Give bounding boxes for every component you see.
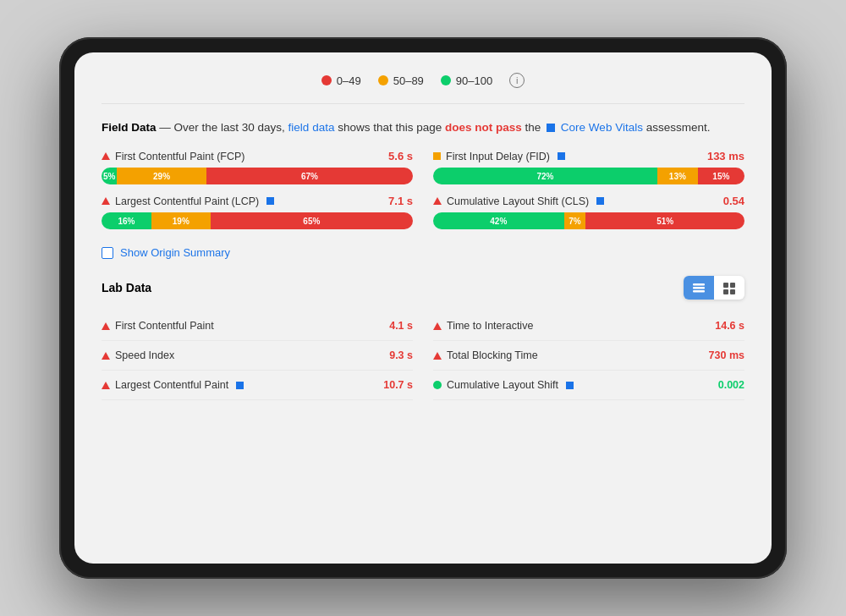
bar-seg-orange: 7% bbox=[564, 212, 586, 229]
metric-header: First Contentful Paint (FCP) 5.6 s bbox=[102, 150, 413, 162]
cwv-link[interactable]: Core Web Vitals bbox=[561, 121, 643, 134]
lab-row-title: First Contentful Paint bbox=[102, 320, 214, 332]
triangle-icon bbox=[433, 197, 442, 205]
field-data-desc-pre: — Over the last 30 days, bbox=[159, 121, 288, 134]
lab-row: Largest Contentful Paint 10.7 s bbox=[102, 371, 413, 400]
metric-title: First Input Delay (FID) bbox=[433, 151, 565, 162]
triangle-icon bbox=[102, 382, 110, 389]
bar-seg-red: 15% bbox=[698, 168, 744, 184]
lab-metric-value: 14.6 s bbox=[715, 320, 744, 332]
metric-header: Largest Contentful Paint (LCP) 7.1 s bbox=[102, 195, 413, 207]
cwv-badge bbox=[566, 382, 574, 389]
triangle-icon bbox=[433, 352, 442, 360]
svg-rect-3 bbox=[723, 283, 728, 288]
bar-seg-green: 5% bbox=[102, 168, 117, 184]
legend-dot-green bbox=[441, 75, 451, 85]
legend-dot-red bbox=[321, 75, 332, 85]
legend-row: 0–49 50–89 90–100 i bbox=[102, 73, 744, 104]
metric-bar: 42%7%51% bbox=[433, 212, 744, 229]
lab-row-title: Largest Contentful Paint bbox=[102, 379, 244, 391]
field-metric-cls: Cumulative Layout Shift (CLS) 0.54 42%7%… bbox=[433, 195, 744, 229]
bar-seg-green: 72% bbox=[433, 168, 657, 184]
screen: 0–49 50–89 90–100 i Field Data — Over th… bbox=[74, 52, 772, 564]
lab-metric-value: 10.7 s bbox=[383, 379, 413, 391]
lab-data-section: Lab Data bbox=[102, 276, 744, 400]
lab-data-header: Lab Data bbox=[102, 276, 744, 300]
lab-row-title: Time to Interactive bbox=[433, 320, 533, 332]
metric-title: First Contentful Paint (FCP) bbox=[102, 151, 245, 162]
lab-row-title: Cumulative Layout Shift bbox=[433, 379, 574, 391]
lab-metric-title: Time to Interactive bbox=[447, 320, 533, 332]
lab-metric-value: 4.1 s bbox=[389, 320, 413, 332]
triangle-icon bbox=[433, 322, 442, 330]
field-data-desc-mid: shows that this page bbox=[338, 121, 445, 134]
toggle-group bbox=[684, 276, 744, 300]
legend-item-green: 90–100 bbox=[441, 74, 492, 87]
field-data-label: Field Data bbox=[102, 121, 157, 134]
metric-title-text: Cumulative Layout Shift (CLS) bbox=[447, 195, 589, 207]
field-data-desc-post: the bbox=[525, 121, 541, 134]
lab-row: Cumulative Layout Shift 0.002 bbox=[433, 371, 744, 400]
info-icon[interactable]: i bbox=[509, 73, 525, 88]
metric-header: Cumulative Layout Shift (CLS) 0.54 bbox=[433, 195, 744, 207]
toggle-bar-view[interactable] bbox=[684, 276, 714, 300]
metric-value: 0.54 bbox=[723, 195, 744, 207]
cwv-badge bbox=[596, 197, 604, 205]
lab-metric-title: First Contentful Paint bbox=[115, 320, 214, 332]
field-data-header: Field Data — Over the last 30 days, fiel… bbox=[102, 119, 744, 136]
field-data-fail: does not pass bbox=[445, 121, 522, 134]
triangle-icon bbox=[102, 322, 110, 330]
svg-rect-5 bbox=[723, 289, 728, 294]
metric-bar: 72%13%15% bbox=[433, 168, 744, 184]
device-frame: 0–49 50–89 90–100 i Field Data — Over th… bbox=[59, 37, 787, 579]
svg-rect-0 bbox=[693, 283, 705, 286]
cwv-badge bbox=[236, 382, 244, 389]
field-metric-lcp: Largest Contentful Paint (LCP) 7.1 s 16%… bbox=[102, 195, 413, 229]
show-origin-row[interactable]: Show Origin Summary bbox=[102, 246, 744, 259]
lab-metric-title: Largest Contentful Paint bbox=[115, 379, 228, 391]
lab-row-title: Total Blocking Time bbox=[433, 349, 538, 361]
metric-value: 5.6 s bbox=[388, 150, 413, 162]
bar-seg-orange: 13% bbox=[657, 168, 698, 184]
lab-metrics-grid: First Contentful Paint 4.1 s Speed Index… bbox=[102, 311, 744, 400]
lab-row: Total Blocking Time 730 ms bbox=[433, 341, 744, 371]
svg-rect-2 bbox=[693, 290, 705, 293]
lab-data-label: Lab Data bbox=[102, 281, 151, 294]
lab-row-title: Speed Index bbox=[102, 349, 174, 361]
lab-metric-title: Cumulative Layout Shift bbox=[447, 379, 558, 391]
list-view-icon bbox=[722, 281, 736, 294]
cwv-icon bbox=[547, 124, 555, 132]
lab-metric-value: 0.002 bbox=[718, 379, 744, 391]
bar-seg-red: 51% bbox=[585, 212, 744, 229]
svg-rect-1 bbox=[693, 287, 705, 289]
field-data-assessment: assessment. bbox=[646, 121, 711, 134]
legend-label-orange: 50–89 bbox=[393, 74, 424, 87]
cwv-badge bbox=[266, 197, 274, 205]
metric-value: 7.1 s bbox=[388, 195, 413, 207]
bar-seg-red: 67% bbox=[206, 168, 413, 184]
legend-item-orange: 50–89 bbox=[378, 74, 424, 87]
field-data-section: Field Data — Over the last 30 days, fiel… bbox=[102, 119, 744, 233]
metric-title-text: Largest Contentful Paint (LCP) bbox=[115, 195, 259, 207]
field-data-link[interactable]: field data bbox=[288, 121, 335, 134]
field-metric-fid: First Input Delay (FID) 133 ms 72%13%15% bbox=[433, 150, 744, 184]
svg-rect-6 bbox=[730, 289, 735, 294]
circle-icon bbox=[433, 381, 442, 389]
field-metric-fcp: First Contentful Paint (FCP) 5.6 s 5%29%… bbox=[102, 150, 413, 184]
triangle-icon bbox=[102, 197, 110, 205]
metric-bar: 16%19%65% bbox=[102, 212, 413, 229]
metric-title: Cumulative Layout Shift (CLS) bbox=[433, 195, 604, 207]
legend-dot-orange bbox=[378, 75, 388, 85]
square-icon bbox=[433, 152, 441, 160]
metric-bar: 5%29%67% bbox=[102, 168, 413, 184]
show-origin-label: Show Origin Summary bbox=[120, 246, 230, 259]
toggle-list-view[interactable] bbox=[714, 276, 744, 300]
lab-row: Speed Index 9.3 s bbox=[102, 341, 413, 371]
lab-row: First Contentful Paint 4.1 s bbox=[102, 311, 413, 341]
show-origin-checkbox[interactable] bbox=[102, 247, 113, 259]
legend-label-green: 90–100 bbox=[456, 74, 492, 87]
lab-metric-value: 9.3 s bbox=[389, 349, 413, 361]
lab-row: Time to Interactive 14.6 s bbox=[433, 311, 744, 341]
lab-metric-title: Speed Index bbox=[115, 349, 174, 361]
triangle-icon bbox=[102, 352, 110, 360]
